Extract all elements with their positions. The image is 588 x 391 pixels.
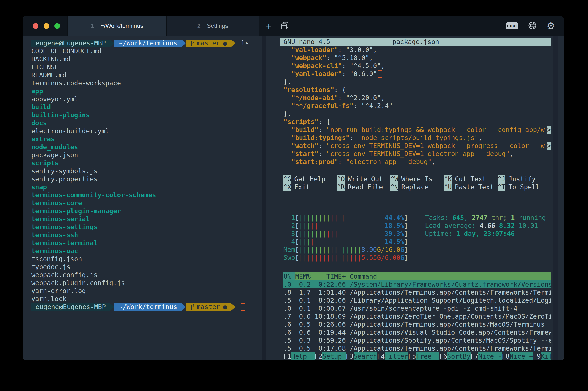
function-key: F2 <box>315 352 322 360</box>
nano-buffer-line: "webpack": "^5.18.0", <box>284 54 551 62</box>
nano-shortcut: ^GGet Help <box>284 175 337 183</box>
text-segment: : <box>319 142 326 150</box>
text-segment: 645 <box>452 214 464 222</box>
function-key-label: Nice + <box>510 352 533 360</box>
process-row: .8 1.7 1:01.40 /Applications/Terminus.ap… <box>284 289 551 296</box>
meter-close-bracket: ] <box>404 238 408 246</box>
powerline-arrow <box>110 40 114 47</box>
process-row: .5 0.5 0:17.08 /Applications/Terminus.ap… <box>284 344 551 352</box>
text-segment <box>284 102 291 110</box>
text-segment <box>284 94 291 102</box>
prompt-segment-text: master <box>197 303 220 311</box>
directory-name: docs <box>31 119 47 127</box>
plus-icon: + <box>266 20 272 32</box>
directory-name: terminus-uac <box>31 247 78 255</box>
powerline-arrow <box>182 303 186 311</box>
meter-track: |||||||||||39.3% <box>299 230 404 238</box>
text-segment: "cross-env TERMINUS_DEV=1 webpack --prog… <box>326 142 545 150</box>
text-segment: : <box>350 134 358 142</box>
process-row: .0 0.1 0:00.07 /usr/sbin/screencapture -… <box>284 304 551 312</box>
text-segment: 39.3% <box>385 230 404 238</box>
ls-output-line: terminus-uac <box>31 247 262 255</box>
nano-buffer-line: "start:prod": "electron app --debug", <box>284 158 551 166</box>
text-segment <box>284 150 291 158</box>
process-row: .6 0.6 0:19.44 /Applications/Visual Stud… <box>284 328 551 336</box>
text-segment: "^4.2.4" <box>361 102 393 110</box>
directory-name: terminus-community-color-schemes <box>31 191 156 199</box>
meter-bars: |||| <box>330 214 346 222</box>
meter-spacer <box>318 222 384 230</box>
text-segment: 10.01 <box>519 222 538 230</box>
meter-close-bracket: ] <box>404 214 408 222</box>
ls-output-line: node_modules <box>31 143 262 151</box>
meter-label: 1 <box>284 214 295 222</box>
meter-open-bracket: [ <box>295 230 299 238</box>
process-row-text: .5 0.5 0:17.08 /Applications/Terminus.ap… <box>284 344 551 352</box>
text-segment: : <box>319 126 326 134</box>
text-segment: "*/node-abi" <box>291 94 338 102</box>
process-row: .6 0.5 0:26.06 /Applications/Terminus.ap… <box>284 320 551 328</box>
nano-buffer-line: "scripts": { <box>284 118 551 126</box>
ls-output-line: webpack.plugin.config.js <box>31 279 262 287</box>
serial-port-button[interactable]: IOIOI <box>506 22 518 29</box>
meter-bars: |||| <box>326 230 342 238</box>
ls-output-line: LICENSE <box>31 63 262 71</box>
text-segment: "val-loader" <box>291 46 338 54</box>
text-segment: Load average: <box>425 222 480 230</box>
nano-buffer-line: "val-loader": "3.0.0", <box>284 46 551 54</box>
text-segment: "watch" <box>291 142 318 150</box>
text-segment: : { <box>319 118 330 126</box>
file-name: appveyor.yml <box>31 95 78 103</box>
pane-splitter[interactable] <box>262 36 266 360</box>
ls-output-line: electron-builder.yml <box>31 127 262 135</box>
terminal-pane-right[interactable]: GNU nano 4.5 package.json "val-loader": … <box>280 36 551 360</box>
function-key: F4 <box>377 352 385 360</box>
meter-open-bracket: [ <box>295 214 299 222</box>
settings-button[interactable]: ⚙ <box>547 21 555 31</box>
tab-label: Settings <box>207 23 228 29</box>
ls-output-line: typedoc.js <box>31 263 262 271</box>
file-name: CODE_OF_CONDUCT.md <box>31 47 101 55</box>
ls-output-line: CODE_OF_CONDUCT.md <box>31 47 262 55</box>
duplicate-window-button[interactable] <box>276 16 294 36</box>
directory-name: terminus-plugin-manager <box>31 207 121 215</box>
text-segment: : <box>338 158 346 166</box>
meter-spacer <box>346 214 385 222</box>
process-row: .0 0.2 0:22.66 /System/Library/Framework… <box>284 280 551 289</box>
file-name: package.json <box>31 151 78 159</box>
directory-name: terminus-ssh <box>31 231 78 239</box>
terminal-pane-left[interactable]: eugene@Eugenes-MBP~/Work/terminusmaster●… <box>23 36 262 360</box>
prompt-segment: ~/Work/terminus <box>114 303 182 311</box>
ssh-connections-button[interactable] <box>528 21 537 31</box>
new-tab-button[interactable]: + <box>261 16 276 36</box>
ls-output: CODE_OF_CONDUCT.mdHACKING.mdLICENSEREADM… <box>31 47 262 303</box>
terminus-window: 1 ~/Work/terminus 2 Settings + IOIOI <box>23 16 564 360</box>
text-segment: "webpack-cli" <box>291 62 342 70</box>
text-segment: G <box>400 246 404 254</box>
tab-terminal[interactable]: 1 ~/Work/terminus <box>67 16 166 36</box>
file-name: tsconfig.json <box>31 255 82 263</box>
minimize-window-button[interactable] <box>44 23 49 29</box>
ls-output-line: extras <box>31 135 262 143</box>
tab-settings[interactable]: 2 Settings <box>166 16 259 36</box>
close-window-button[interactable] <box>33 23 38 29</box>
prompt-segment: master● <box>186 40 231 47</box>
htop-stat-line: Load average: 4.66 8.32 10.01 <box>425 222 546 230</box>
maximize-window-button[interactable] <box>54 23 60 29</box>
process-row: .7 0.0 10:18.09 /Applications/ZeroTier O… <box>284 312 551 320</box>
text-segment: thr; <box>487 214 511 222</box>
nano-shortcut: ^TTo Spell <box>498 183 551 191</box>
shortcut-label: Replace <box>401 183 429 191</box>
text-segment: }, <box>284 110 291 118</box>
ls-output-line: terminus-community-color-schemes <box>31 191 262 199</box>
text-segment: : <box>319 150 326 158</box>
meter-bars: | <box>311 238 314 246</box>
nano-buffer-line: "watch": "cross-env TERMINUS_DEV=1 webpa… <box>284 142 551 150</box>
meter-close-bracket: ] <box>404 254 408 262</box>
overlapping-windows-icon <box>280 21 290 31</box>
file-name: sentry.properties <box>31 175 98 183</box>
text-segment: , <box>432 158 435 166</box>
file-name: webpack.config.js <box>31 271 98 279</box>
shortcut-label: Paste Text <box>455 183 494 191</box>
text-segment: : <box>342 62 350 70</box>
